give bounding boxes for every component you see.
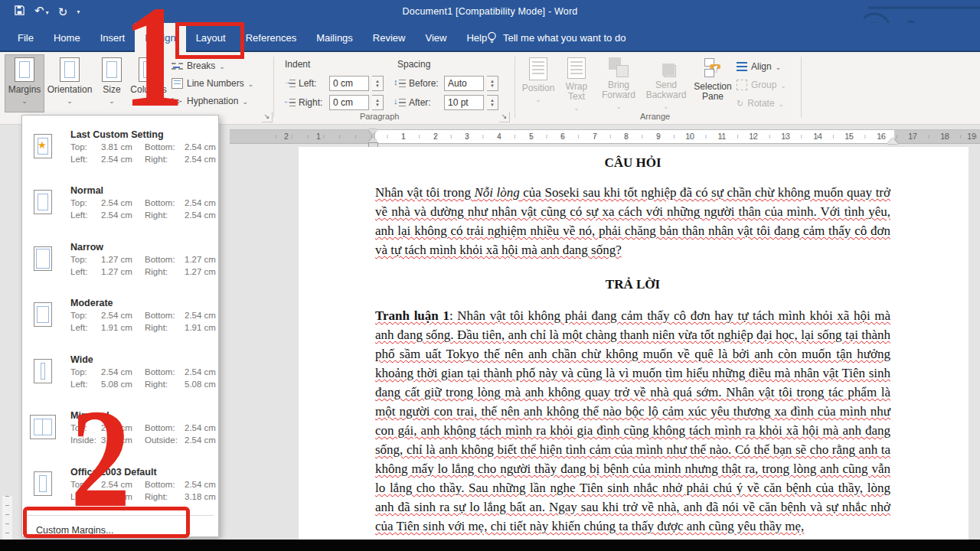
bring-forward-button[interactable]: Bring Forward — [597, 54, 640, 112]
indent-left-stepper[interactable]: ▲▼ — [372, 76, 384, 91]
spacing-after-input[interactable] — [444, 95, 484, 110]
hanging-indent-marker[interactable] — [368, 137, 377, 142]
ruler-number: 17 — [908, 130, 917, 142]
margin-preset-icon — [34, 246, 52, 271]
vertical-ruler[interactable] — [2, 496, 12, 540]
first-line-indent-marker[interactable] — [368, 129, 377, 135]
margin-bottom-label: Bottom: — [145, 478, 185, 491]
indent-label: Indent — [285, 59, 310, 70]
position-button[interactable]: Position — [521, 54, 556, 112]
align-label: Align — [751, 61, 772, 72]
ruler-number: 16 — [877, 130, 886, 142]
ribbon-tab[interactable]: References — [236, 23, 306, 52]
margin-preset-icon-frame — [26, 123, 60, 169]
ribbon-tab[interactable]: Home — [44, 23, 90, 52]
selection-pane-button[interactable]: Selection Pane — [692, 54, 733, 112]
indent-left-label: Left: — [299, 78, 326, 89]
dropdown-caret-icon — [21, 95, 28, 106]
spacing-before-icon — [394, 78, 406, 89]
dropdown-caret-icon — [616, 100, 622, 111]
margin-top-value: 3.81 cm — [101, 141, 145, 153]
orientation-button[interactable]: Orientation — [47, 54, 92, 112]
ruler-number: 15 — [844, 130, 854, 142]
margin-bottom-label: Bottom: — [145, 141, 185, 153]
indent-right-input[interactable] — [329, 95, 369, 110]
rotate-label: Rotate — [747, 98, 774, 109]
spacing-before-input[interactable] — [444, 76, 484, 91]
margin-left-value: 2.54 cm — [101, 153, 145, 165]
argument-1-label: Tranh luận 1 — [375, 308, 449, 323]
margin-right-label: Right: — [145, 491, 185, 503]
margin-left-value: 1.91 cm — [101, 321, 145, 334]
margin-bottom-value: 2.54 cm — [185, 478, 228, 491]
selection-pane-label2: Pane — [702, 91, 724, 102]
ruler-number: 8 — [624, 130, 629, 142]
tell-me-box[interactable]: Tell me what you want to do — [487, 23, 626, 52]
margins-button[interactable]: Margins — [5, 54, 44, 112]
margin-preset-icon — [34, 190, 52, 214]
align-button[interactable]: Align — [737, 61, 781, 72]
margins-menu-item[interactable]: Normal Top: 2.54 cm Bottom: 2.54 cm Left… — [22, 174, 218, 231]
ribbon-tab[interactable]: Mailings — [306, 23, 363, 52]
rotate-button[interactable]: ↻ Rotate — [737, 98, 784, 109]
spacing-after-stepper[interactable]: ▲▼ — [487, 95, 498, 110]
wrap-text-button[interactable]: Wrap Text — [559, 54, 594, 112]
ruler-number: 10 — [685, 130, 694, 142]
ruler-number: 18 — [940, 130, 949, 142]
send-backward-button[interactable]: Send Backward — [642, 54, 691, 112]
spacing-before-stepper[interactable]: ▲▼ — [487, 76, 498, 91]
ruler-number: 5 — [529, 130, 534, 142]
hyphenation-label: Hyphenation — [187, 96, 238, 106]
margin-bottom-value: 2.54 cm — [185, 197, 228, 209]
margins-icon — [15, 57, 34, 82]
margin-preset-icon-frame — [26, 236, 60, 282]
indent-right-stepper[interactable]: ▲▼ — [372, 95, 384, 110]
ruler-number: 6 — [560, 130, 565, 142]
group-separator — [514, 57, 515, 118]
margin-bottom-value: 2.54 cm — [185, 422, 228, 434]
tell-me-label: Tell me what you want to do — [503, 32, 626, 44]
question-paragraph: Nhân vật tôi trong Nỗi lòng của Soseki s… — [375, 183, 890, 259]
paragraph-dialog-launcher[interactable]: ↘ — [499, 112, 510, 122]
indent-left-input[interactable] — [329, 76, 369, 91]
spinner-down-icon[interactable]: ▼ — [490, 103, 495, 107]
spinner-down-icon[interactable]: ▼ — [375, 83, 380, 88]
rotate-icon: ↻ — [737, 99, 743, 108]
annotation-step-2: 2 — [70, 407, 131, 509]
ribbon-tab[interactable]: Review — [363, 23, 416, 52]
dropdown-caret-icon — [776, 61, 782, 72]
margin-bottom-label: Bottom: — [145, 366, 185, 378]
margins-menu-item[interactable]: Narrow Top: 1.27 cm Bottom: 1.27 cm Left… — [22, 230, 218, 287]
margins-menu-item[interactable]: Moderate Top: 2.54 cm Bottom: 2.54 cm Le… — [22, 287, 218, 344]
margins-label: Margins — [8, 85, 41, 95]
margins-menu-item[interactable]: Last Custom Setting Top: 3.81 cm Bottom:… — [22, 118, 218, 174]
margin-preset-icon-frame — [26, 461, 60, 507]
ribbon-tab[interactable]: View — [415, 23, 456, 52]
orientation-icon — [60, 57, 80, 82]
document-page[interactable]: CÂU HỎI Nhân vật tôi trong Nỗi lòng của … — [299, 147, 969, 540]
ruler-number: 2 — [433, 130, 438, 142]
margin-bottom-value: 2.54 cm — [185, 141, 228, 153]
spacing-before-row: Before: ▲▼ — [394, 75, 498, 92]
page-setup-dialog-launcher[interactable]: ↘ — [262, 112, 273, 122]
right-indent-marker[interactable] — [887, 138, 898, 144]
paragraph-group-label: Paragraph — [360, 112, 399, 121]
indent-right-icon — [283, 97, 296, 108]
spinner-down-icon[interactable]: ▼ — [490, 83, 495, 88]
group-button[interactable]: Group — [737, 80, 786, 90]
margin-left-label: Left: — [70, 209, 101, 221]
margin-bottom-value: 2.54 cm — [185, 309, 228, 321]
spinner-down-icon[interactable]: ▼ — [375, 103, 380, 107]
document-content: CÂU HỎI Nhân vật tôi trong Nỗi lòng của … — [299, 147, 969, 536]
margin-bottom-value: 2.54 cm — [185, 366, 228, 378]
margin-top-value: 1.27 cm — [101, 253, 145, 266]
margin-top-value: 2.54 cm — [101, 366, 145, 378]
ribbon-tabs: FileHomeInsertDesignLayoutReferencesMail… — [8, 23, 497, 52]
selection-pane-icon — [703, 57, 723, 79]
margin-bottom-label: Bottom: — [145, 253, 185, 266]
ribbon-tab[interactable]: File — [8, 23, 44, 52]
ruler-number: 2 — [284, 130, 289, 142]
size-label: Size — [103, 85, 120, 95]
wrap-text-label: Wrap Text — [559, 82, 594, 102]
margin-top-value: 2.54 cm — [101, 197, 145, 209]
